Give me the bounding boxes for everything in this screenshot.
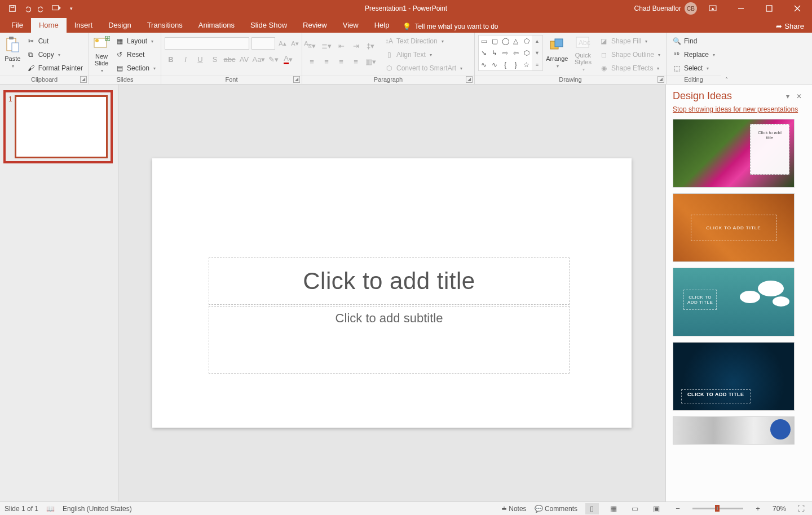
design-idea-2[interactable]: CLICK TO ADD TITLE (673, 193, 795, 262)
font-color-icon[interactable]: A▾ (282, 53, 294, 65)
tab-file[interactable]: File (3, 18, 31, 33)
new-slide-button[interactable]: New Slide▾ (92, 35, 111, 73)
cut-button[interactable]: ✂Cut (24, 35, 85, 47)
slide-counter[interactable]: Slide 1 of 1 (5, 505, 38, 513)
language-status[interactable]: English (United States) (63, 505, 132, 513)
numbering-icon[interactable]: ≣▾ (320, 39, 333, 52)
share-button[interactable]: ➦ Share (768, 20, 812, 33)
tab-home[interactable]: Home (31, 18, 67, 33)
italic-icon[interactable]: I (179, 53, 192, 65)
columns-icon[interactable]: ▥▾ (364, 55, 377, 68)
font-dialog-launcher-icon[interactable]: ◢ (293, 76, 300, 83)
strikethrough-icon[interactable]: abc (223, 53, 236, 65)
change-case-icon[interactable]: Aa▾ (253, 53, 265, 65)
tab-design[interactable]: Design (100, 18, 139, 33)
design-idea-3[interactable]: CLICK TO ADD TITLE (673, 268, 795, 336)
spellcheck-icon[interactable]: 📖 (46, 505, 55, 513)
zoom-slider[interactable] (692, 508, 743, 509)
select-button[interactable]: ⬚Select▾ (670, 62, 717, 74)
section-button[interactable]: ▤Section▾ (113, 62, 158, 74)
shapes-gallery[interactable]: ▭▢◯△⬠▲ ↘↳⇨⇦⬡▼ ∿∿{}☆≡ (478, 35, 543, 71)
design-idea-5[interactable] (673, 416, 795, 445)
shadow-icon[interactable]: S (209, 53, 221, 65)
arrange-button[interactable]: Arrange▾ (545, 35, 569, 73)
quick-styles-button[interactable]: Abc Quick Styles▾ (571, 35, 595, 73)
notes-button[interactable]: ≐ Notes (501, 505, 527, 513)
pane-close-icon[interactable]: ✕ (793, 92, 805, 100)
slide[interactable]: Click to add title Click to add subtitle (152, 158, 632, 428)
shape-fill-button[interactable]: ◪Shape Fill▾ (597, 35, 663, 47)
paragraph-dialog-launcher-icon[interactable]: ◢ (466, 76, 473, 83)
title-placeholder[interactable]: Click to add title (209, 258, 570, 305)
convert-smartart-button[interactable]: ⬡Convert to SmartArt▾ (382, 62, 465, 74)
tab-insert[interactable]: Insert (67, 18, 101, 33)
maximize-icon[interactable] (757, 0, 782, 17)
font-name-combo[interactable] (165, 37, 249, 50)
find-button[interactable]: 🔍Find (670, 35, 717, 47)
design-ideas-list[interactable]: Click to add title CLICK TO ADD TITLE CL… (666, 119, 812, 501)
slide-thumbnails-pane[interactable]: 1 (0, 85, 118, 501)
undo-icon[interactable] (20, 2, 34, 15)
tab-slideshow[interactable]: Slide Show (242, 18, 295, 33)
user-avatar[interactable]: CB (685, 2, 697, 15)
start-from-beginning-icon[interactable] (50, 2, 63, 15)
font-size-combo[interactable] (251, 37, 275, 50)
pane-options-icon[interactable]: ▾ (783, 92, 793, 100)
replace-button[interactable]: ᵃᵇReplace▾ (670, 48, 717, 61)
format-painter-button[interactable]: 🖌Format Painter (24, 62, 85, 74)
align-center-icon[interactable]: ≡ (320, 55, 333, 68)
justify-icon[interactable]: ≡ (350, 55, 362, 68)
tab-help[interactable]: Help (367, 18, 398, 33)
slideshow-view-icon[interactable]: ▣ (650, 503, 663, 514)
text-direction-button[interactable]: ↕AText Direction▾ (382, 35, 465, 47)
bullets-icon[interactable]: ≡▾ (306, 39, 318, 52)
increase-indent-icon[interactable]: ⇥ (350, 39, 362, 52)
qat-customize-icon[interactable]: ▾ (64, 2, 78, 15)
align-right-icon[interactable]: ≡ (335, 55, 347, 68)
zoom-in-icon[interactable]: + (751, 503, 765, 514)
copy-button[interactable]: ⧉Copy▾ (24, 48, 85, 61)
close-icon[interactable] (785, 0, 810, 17)
zoom-level[interactable]: 70% (773, 505, 786, 513)
line-spacing-icon[interactable]: ‡▾ (364, 39, 377, 52)
bold-icon[interactable]: B (165, 53, 177, 65)
slide-canvas-area[interactable]: Click to add title Click to add subtitle (118, 85, 665, 501)
reading-view-icon[interactable]: ▭ (628, 503, 642, 514)
ribbon-display-options-icon[interactable] (700, 0, 725, 17)
design-idea-1[interactable]: Click to add title (673, 119, 795, 188)
underline-icon[interactable]: U (194, 53, 206, 65)
shape-outline-button[interactable]: ◻Shape Outline▾ (597, 48, 663, 61)
save-icon[interactable] (6, 2, 19, 15)
tell-me-search[interactable]: 💡 Tell me what you want to do (397, 20, 504, 33)
increase-font-icon[interactable]: A▴ (277, 37, 288, 50)
tab-review[interactable]: Review (295, 18, 335, 33)
clipboard-dialog-launcher-icon[interactable]: ◢ (80, 76, 87, 83)
decrease-indent-icon[interactable]: ⇤ (335, 39, 347, 52)
zoom-out-icon[interactable]: − (671, 503, 685, 514)
char-spacing-icon[interactable]: AV (238, 53, 250, 65)
decrease-font-icon[interactable]: A▾ (290, 37, 300, 50)
user-name[interactable]: Chad Buenaflor (634, 5, 681, 12)
normal-view-icon[interactable]: ▯ (585, 503, 599, 514)
comments-button[interactable]: 💬 Comments (535, 505, 577, 513)
design-idea-4[interactable]: CLICK TO ADD TITLE (673, 342, 795, 411)
slide-sorter-view-icon[interactable]: ▦ (607, 503, 620, 514)
tab-transitions[interactable]: Transitions (139, 18, 191, 33)
shape-effects-button[interactable]: ◉Shape Effects▾ (597, 62, 663, 74)
highlight-icon[interactable]: ✎▾ (267, 53, 280, 65)
fit-to-window-icon[interactable]: ⛶ (794, 503, 807, 514)
subtitle-placeholder[interactable]: Click to add subtitle (209, 306, 570, 374)
reset-button[interactable]: ↺Reset (113, 48, 158, 61)
align-text-button[interactable]: ▯Align Text▾ (382, 48, 465, 61)
paste-button[interactable]: Paste▾ (3, 35, 22, 73)
tab-animations[interactable]: Animations (191, 18, 242, 33)
collapse-ribbon-icon[interactable]: ˄ (721, 33, 732, 84)
align-left-icon[interactable]: ≡ (306, 55, 318, 68)
redo-icon[interactable] (35, 2, 48, 15)
slide-thumbnail-1[interactable] (15, 95, 108, 158)
stop-showing-link[interactable]: Stop showing ideas for new presentations (666, 105, 812, 119)
minimize-icon[interactable] (729, 0, 753, 17)
layout-button[interactable]: ▦Layout▾ (113, 35, 158, 47)
tab-view[interactable]: View (335, 18, 367, 33)
drawing-dialog-launcher-icon[interactable]: ◢ (657, 76, 664, 83)
